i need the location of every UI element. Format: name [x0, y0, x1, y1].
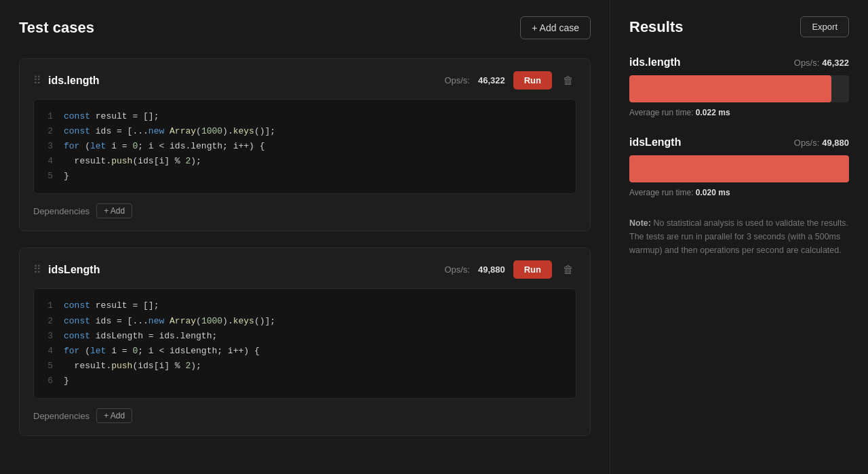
- dependencies-label-1: Dependencies: [33, 206, 90, 216]
- ops-label-1: Ops/s:: [444, 75, 470, 85]
- dependencies-row-1: Dependencies + Add: [33, 203, 576, 218]
- result-avg-1: Average run time: 0.022 ms: [629, 108, 849, 117]
- run-button-1[interactable]: Run: [513, 71, 552, 90]
- dependencies-label-2: Dependencies: [33, 411, 90, 421]
- test-case-actions-2: Ops/s: 49,880 Run 🗑: [444, 260, 576, 279]
- result-item-2: idsLength Ops/s: 49,880 Average run time…: [629, 136, 849, 197]
- left-header: Test cases + Add case: [19, 16, 591, 39]
- code-block-2: 1 const result = []; 2 const ids = [...n…: [33, 288, 576, 399]
- code-line: 1 const result = [];: [45, 109, 565, 124]
- test-case-header-1: ⠿ ids.length Ops/s: 46,322 Run 🗑: [33, 71, 576, 90]
- left-panel: Test cases + Add case ⠿ ids.length Ops/s…: [0, 0, 610, 474]
- result-avg-label-2: Average run time:: [629, 188, 694, 197]
- drag-icon-1[interactable]: ⠿: [33, 74, 41, 87]
- code-line: 4 result.push(ids[i] % 2);: [45, 154, 565, 169]
- test-case-title-group-1: ⠿ ids.length: [33, 74, 100, 87]
- export-button[interactable]: Export: [800, 16, 849, 37]
- result-ops-group-2: Ops/s: 49,880: [794, 137, 849, 148]
- test-case-card-2: ⠿ idsLength Ops/s: 49,880 Run 🗑 1 const …: [19, 248, 591, 436]
- result-ops-value-1: 46,322: [822, 58, 849, 68]
- result-ops-group-1: Ops/s: 46,322: [794, 57, 849, 68]
- code-line: 2 const ids = [...new Array(1000).keys()…: [45, 314, 565, 329]
- result-name-1: ids.length: [629, 56, 681, 68]
- ops-label-2: Ops/s:: [444, 264, 470, 275]
- dependencies-row-2: Dependencies + Add: [33, 408, 576, 423]
- result-avg-value-2: 0.020 ms: [696, 188, 730, 197]
- code-line: 6 }: [45, 374, 565, 389]
- result-ops-value-2: 49,880: [822, 138, 849, 148]
- code-line: 1 const result = [];: [45, 298, 565, 313]
- code-line: 5 result.push(ids[i] % 2);: [45, 359, 565, 374]
- add-dependency-button-2[interactable]: + Add: [96, 408, 132, 423]
- result-bar-1: [629, 75, 831, 102]
- note-text: No statistical analysis is used to valid…: [629, 218, 848, 255]
- results-header: Results Export: [629, 16, 849, 37]
- result-item-header-1: ids.length Ops/s: 46,322: [629, 56, 849, 68]
- ops-value-2: 49,880: [478, 264, 505, 275]
- test-case-name-2: idsLength: [48, 264, 100, 276]
- result-bar-2: [629, 155, 849, 182]
- test-case-card-1: ⠿ ids.length Ops/s: 46,322 Run 🗑 1 const…: [19, 58, 591, 231]
- result-bar-container-1: [629, 75, 849, 102]
- run-button-2[interactable]: Run: [513, 260, 552, 279]
- code-line: 5 }: [45, 169, 565, 184]
- result-avg-2: Average run time: 0.020 ms: [629, 188, 849, 197]
- test-case-header-2: ⠿ idsLength Ops/s: 49,880 Run 🗑: [33, 260, 576, 279]
- test-case-title-group-2: ⠿ idsLength: [33, 263, 100, 276]
- code-block-1: 1 const result = []; 2 const ids = [...n…: [33, 99, 576, 194]
- result-item-header-2: idsLength Ops/s: 49,880: [629, 136, 849, 149]
- result-item-1: ids.length Ops/s: 46,322 Average run tim…: [629, 56, 849, 117]
- result-ops-label-1: Ops/s:: [794, 58, 820, 68]
- result-ops-label-2: Ops/s:: [794, 138, 820, 148]
- result-avg-value-1: 0.022 ms: [696, 108, 730, 117]
- results-title: Results: [629, 18, 683, 36]
- right-panel: Results Export ids.length Ops/s: 46,322 …: [610, 0, 868, 474]
- test-case-actions-1: Ops/s: 46,322 Run 🗑: [444, 71, 576, 90]
- note-bold: Note:: [629, 218, 651, 228]
- ops-value-1: 46,322: [478, 75, 505, 85]
- note-section: Note: No statistical analysis is used to…: [629, 216, 849, 257]
- add-case-button[interactable]: + Add case: [520, 16, 591, 39]
- drag-icon-2[interactable]: ⠿: [33, 263, 41, 276]
- code-line: 2 const ids = [...new Array(1000).keys()…: [45, 124, 565, 139]
- result-bar-container-2: [629, 155, 849, 182]
- result-avg-label-1: Average run time:: [629, 108, 694, 117]
- result-name-2: idsLength: [629, 136, 681, 149]
- code-line: 3 for (let i = 0; i < ids.length; i++) {: [45, 139, 565, 154]
- test-case-name-1: ids.length: [48, 75, 100, 87]
- delete-button-1[interactable]: 🗑: [560, 72, 576, 90]
- page-title: Test cases: [19, 19, 94, 37]
- code-line: 3 const idsLength = ids.length;: [45, 329, 565, 344]
- delete-button-2[interactable]: 🗑: [560, 261, 576, 279]
- add-dependency-button-1[interactable]: + Add: [96, 203, 132, 218]
- code-line: 4 for (let i = 0; i < idsLength; i++) {: [45, 344, 565, 359]
